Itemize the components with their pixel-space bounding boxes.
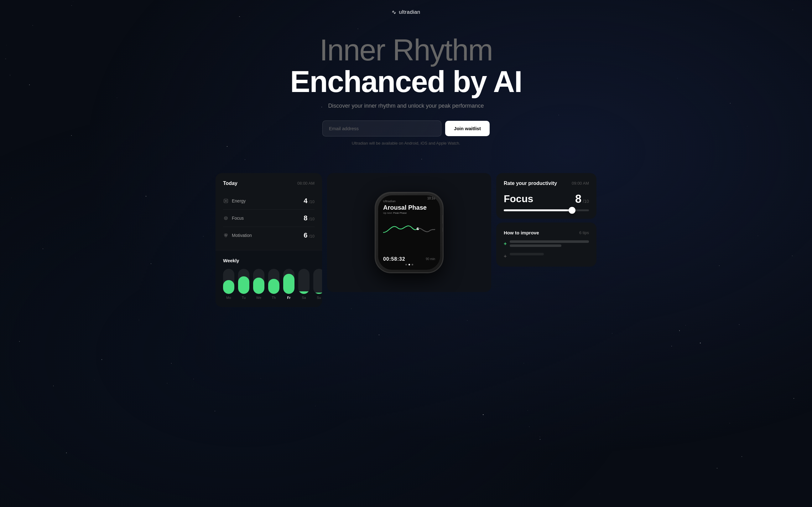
energy-value: 4 <box>304 197 307 205</box>
motivation-label: Motivation <box>232 233 252 238</box>
availability-text: Ultradian will be available on Android, … <box>215 141 597 146</box>
logo-text: ultradian <box>399 9 420 15</box>
energy-label: Energy <box>232 199 246 204</box>
bar-track <box>238 269 249 294</box>
logo: ∿ ultradian <box>392 9 420 16</box>
right-cards: Rate your productivity 09:00 AM Focus 8 … <box>496 173 597 267</box>
productivity-card: Rate your productivity 09:00 AM Focus 8 … <box>496 173 597 219</box>
bar-day-label: Sa <box>302 296 306 299</box>
watch-dot-2 <box>408 264 410 265</box>
bar-track <box>268 269 280 294</box>
hero-subtitle: Discover your inner rhythm and unlock yo… <box>215 103 597 109</box>
bar-fill <box>283 274 295 294</box>
focus-label: Focus <box>232 216 244 221</box>
bar-column: Mo <box>223 269 234 299</box>
today-header: Today 08:00 AM <box>223 181 314 186</box>
bar-day-label: Th <box>272 296 276 299</box>
watch-screen: Ultradian 10:18 Arousal Phase Up next: P… <box>378 195 440 270</box>
bar-column: Sa <box>298 269 309 299</box>
energy-icon <box>223 198 229 204</box>
productivity-header: Rate your productivity 09:00 AM <box>504 181 589 186</box>
focus-metric: Focus 8 /10 <box>223 210 314 227</box>
focus-value-row: Focus 8 /10 <box>504 192 589 206</box>
email-input[interactable] <box>322 120 442 136</box>
bar-track <box>253 269 264 294</box>
bar-fill <box>268 279 280 294</box>
watch-container: Ultradian 10:18 Arousal Phase Up next: P… <box>375 192 444 273</box>
tip-item-2: + <box>504 253 589 259</box>
bar-fill <box>298 291 309 294</box>
watch-timer: 00:58:32 <box>383 256 405 262</box>
watch-body: Ultradian 10:18 Arousal Phase Up next: P… <box>375 192 444 273</box>
watch-button <box>442 227 444 232</box>
focus-metric-unit: /10 <box>583 199 589 204</box>
watch-time: 10:18 <box>427 196 435 200</box>
bar-column: Fr <box>283 269 295 299</box>
focus-metric-label: Focus <box>504 193 533 205</box>
watch-next: Up next: Peak Phase <box>383 212 435 214</box>
bar-day-label: Fr <box>287 296 291 299</box>
today-time: 08:00 AM <box>297 181 314 185</box>
navigation: ∿ ultradian <box>215 0 597 16</box>
hero-title-line1: Inner Rhythm <box>215 35 597 66</box>
watch-dot-1 <box>405 264 407 265</box>
tip-line-1b <box>510 244 561 247</box>
bar-column: Tu <box>238 269 249 299</box>
watch-timer-row: 00:58:32 90 min <box>383 256 435 262</box>
bar-track <box>283 269 295 294</box>
improve-header: How to improve 6 tips <box>504 230 589 235</box>
email-form: Join waitlist <box>215 120 597 136</box>
watch-crown <box>442 215 444 224</box>
watch-dot-3 <box>412 264 413 265</box>
productivity-time: 09:00 AM <box>572 181 589 185</box>
hero-title-line2: Enchanced by AI <box>215 66 597 98</box>
bar-fill <box>238 276 249 294</box>
bar-track <box>313 269 322 294</box>
focus-slider-fill <box>504 209 572 211</box>
weekly-section: Weekly MoTuWeThFrSaSu <box>215 250 322 307</box>
today-title: Today <box>223 181 238 186</box>
motivation-unit: /10 <box>309 234 314 238</box>
tip-item-1: + <box>504 240 589 248</box>
weekly-bar-chart: MoTuWeThFrSaSu <box>223 268 314 299</box>
weekly-title: Weekly <box>223 258 314 263</box>
bar-day-label: We <box>256 296 261 299</box>
focus-unit: /10 <box>309 217 314 221</box>
tip-plus-icon-1: + <box>504 241 507 246</box>
motivation-value: 6 <box>304 231 307 239</box>
focus-icon <box>223 215 229 221</box>
bar-day-label: Tu <box>242 296 246 299</box>
improve-title: How to improve <box>504 230 539 235</box>
motivation-metric: Motivation 6 /10 <box>223 227 314 244</box>
productivity-title: Rate your productivity <box>504 181 557 186</box>
focus-slider-track[interactable] <box>504 209 589 211</box>
watch-wave <box>383 217 435 255</box>
bar-fill <box>253 278 264 294</box>
today-card: Today 08:00 AM Energy <box>215 173 322 307</box>
bar-fill <box>223 280 234 294</box>
focus-metric-value: 8 <box>575 192 581 205</box>
tip-line-1a <box>510 240 589 243</box>
focus-slider-thumb[interactable] <box>569 207 575 214</box>
tip-line-2a <box>510 253 544 256</box>
svg-point-4 <box>225 218 226 219</box>
watch-card: Ultradian 10:18 Arousal Phase Up next: P… <box>327 173 491 292</box>
improve-card: How to improve 6 tips + + <box>496 223 597 267</box>
bar-column: Su <box>313 269 322 299</box>
tip-lines-1 <box>510 240 589 248</box>
motivation-icon <box>223 232 229 238</box>
hero-section: Inner Rhythm Enchanced by AI Discover yo… <box>215 16 597 158</box>
bar-day-label: Su <box>317 296 321 299</box>
watch-brand: Ultradian <box>383 200 396 203</box>
watch-dots <box>383 264 435 265</box>
bar-column: Th <box>268 269 280 299</box>
join-waitlist-button[interactable]: Join waitlist <box>445 121 490 136</box>
focus-value: 8 <box>304 214 307 222</box>
bar-track <box>223 269 234 294</box>
bar-day-label: Mo <box>226 296 231 299</box>
energy-metric: Energy 4 /10 <box>223 192 314 210</box>
watch-duration: 90 min <box>426 257 435 261</box>
bar-fill <box>313 293 322 294</box>
svg-point-3 <box>224 217 227 220</box>
tips-count: 6 tips <box>579 230 589 235</box>
